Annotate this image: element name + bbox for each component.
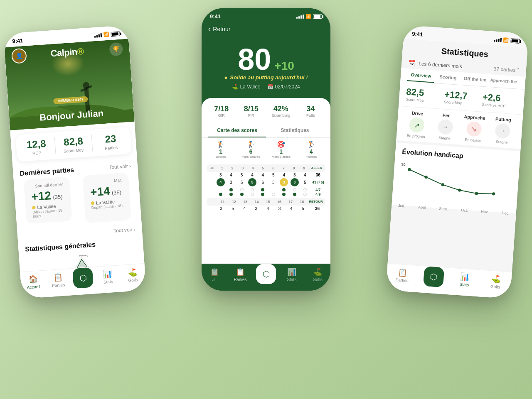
stats-card: 12,8 HCP 82,8 Score Moy. 23 Parties — [15, 127, 132, 162]
score-moy2-stat: +12,7 Score Moy. — [444, 89, 480, 106]
mini-stats-row: 7/18 GIR 8/15 FIR 42% Scrambling 34 Putt… — [202, 98, 330, 124]
nav-center-record[interactable]: ⬡ — [70, 270, 96, 289]
trophy-button[interactable]: 🏆 — [109, 42, 123, 56]
handicap-chart: 30 Juil. Août Sept. Oct. Nov. — [399, 159, 512, 208]
left-content: 👤 Calpin® 🏆 MEMBER #147 Bonjour Julian 1… — [4, 39, 144, 272]
svg-point-22 — [492, 192, 495, 196]
nav-jl[interactable]: 📋 Jl. — [202, 267, 227, 284]
birdies-stat: 🏌️ 1 Birdies — [207, 140, 235, 159]
hero-section: 👤 Calpin® 🏆 MEMBER #147 Bonjour Julian — [4, 39, 134, 130]
nav-parties-right[interactable]: 📋 Parties — [386, 267, 419, 286]
svg-point-17 — [408, 168, 411, 171]
mats-stat: 🎯 1 Mats plantés — [267, 140, 296, 159]
time-right: 9:41 — [412, 31, 423, 38]
big-score-section: 80 +10 ● Solide au putting aujourd'hui !… — [202, 36, 330, 98]
svg-text:30: 30 — [401, 162, 406, 167]
party-date-1: Samedi dernier — [30, 182, 63, 188]
cat-approche: Approche ↘ En baisse — [460, 114, 487, 143]
back-button[interactable]: ‹ Retour — [202, 22, 330, 36]
status-icons-left: 📶 — [94, 31, 120, 38]
hcp-value: 12,8 — [22, 137, 50, 151]
nav-record-center[interactable]: ⬡ — [253, 267, 279, 284]
right-content: Statistiques 📅 Les 6 derniers mois 37 pa… — [388, 39, 528, 272]
score-moy-stat: 82,5 Score Moy. — [406, 86, 441, 104]
party-score-1: +12 — [31, 189, 52, 203]
svg-point-18 — [424, 176, 428, 179]
nav-stats[interactable]: 📊 Stats — [95, 269, 121, 287]
nav-golfs-center[interactable]: ⛳ Golfs — [305, 267, 330, 284]
last-parties-title: Dernières parties — [20, 166, 74, 177]
fir-stat: 8/15 FIR — [238, 105, 265, 117]
tab-statistiques[interactable]: Statistiques — [266, 124, 324, 137]
putts-stat: 34 Putts — [298, 105, 324, 117]
ficelles-stat: 🏌️ 4 Ficelles — [297, 140, 326, 159]
evolution-section: Évolution handicap 30 Juil. Août — [392, 143, 520, 214]
hcp-stat: 12,8 HCP — [22, 137, 50, 156]
card-tabs: Carte des scores Statistiques — [202, 124, 330, 138]
nav-golfs-right[interactable]: ⛳ Golfs — [480, 274, 512, 292]
status-bar-center: 9:41 📶 — [202, 8, 330, 22]
main-score: 80 — [238, 44, 271, 74]
period-count: 37 parties ˅ — [493, 66, 520, 73]
avatar: 👤 — [11, 48, 27, 64]
tab-carte[interactable]: Carte des scores — [208, 124, 266, 137]
party-card-1[interactable]: Samedi dernier +12 (35) La Vallée Départ… — [24, 176, 72, 224]
scrambling-stat: 42% Scrambling — [268, 105, 294, 117]
nav-golfs[interactable]: ⛳ Golfs — [120, 267, 146, 285]
bottom-nav-center: 📋 Jl. 📋 Parties ⬡ 📊 Stats ⛳ Golfs — [202, 264, 330, 291]
phone-left: 9:41 📶 👤 — [3, 25, 146, 299]
score-value: 82,8 — [59, 135, 87, 148]
svg-point-20 — [458, 188, 461, 192]
nav-record-right[interactable]: ⬡ — [417, 269, 450, 288]
party-score-2: +14 — [90, 184, 111, 199]
score-message: ● Solide au putting aujourd'hui ! — [208, 74, 324, 81]
scorecard: Ju 1 2 3 4 5 6 7 8 9 ALLER 3 4 5 4 4 5 — [202, 161, 330, 215]
nav-stats-center[interactable]: 📊 Stats — [279, 267, 305, 284]
svg-point-21 — [475, 192, 478, 195]
cat-putting: Putting → Stagne — [489, 116, 516, 145]
cat-fer: Fer → Stagne — [432, 112, 459, 141]
logo: Calpin® — [50, 46, 84, 59]
nav-parties-center[interactable]: 📋 Parties — [227, 267, 253, 284]
parties-label: Parties — [98, 145, 125, 151]
tab-off-tee[interactable]: Off the tee — [461, 72, 489, 86]
white-card: 7/18 GIR 8/15 FIR 42% Scrambling 34 Putt… — [202, 98, 330, 264]
svg-point-19 — [441, 183, 444, 186]
phone-center: 9:41 📶 ‹ Retour 80 +10 ● Solide au putti… — [202, 8, 330, 291]
nav-accueil[interactable]: 🏠 Accueil — [20, 274, 47, 292]
nav-stats-right[interactable]: 📊 Stats — [448, 271, 481, 290]
time-left: 9:41 — [12, 37, 23, 44]
tab-scoring[interactable]: Scoring — [434, 71, 462, 85]
hcp-label: HCP — [23, 150, 50, 156]
see-all-parties[interactable]: Tout voir › — [109, 163, 131, 171]
status-icons-right: 📶 — [494, 37, 520, 44]
score-details: ⛳La Vallée 📅02/07/2024 — [208, 84, 324, 90]
party-card-2[interactable]: Mar. +14 (35) La Vallée Départ Jaune - 1… — [82, 172, 131, 223]
status-icons-center: 📶 — [296, 14, 322, 19]
round-stats: 🏌️ 1 Birdies 🏌️ 6 Pars sauvés 🎯 1 Mats p… — [202, 138, 330, 161]
parties-stat: 23 Parties — [97, 132, 125, 151]
score-stat: 82,8 Score Moy. — [59, 135, 87, 154]
score-label: Score Moy. — [60, 147, 87, 154]
time-center: 9:41 — [210, 13, 221, 20]
pars-sauves-stat: 🏌️ 6 Pars sauvés — [237, 140, 266, 159]
cat-drive: Drive ↗ En progrès — [403, 110, 430, 139]
tab-approach[interactable]: Approach the — [488, 74, 519, 89]
score-hcp-stat: +2,6 Score vs HCP — [482, 92, 517, 109]
gir-stat: 7/18 GIR — [208, 105, 235, 117]
see-all-btn-2[interactable]: Tout voir › — [113, 226, 136, 234]
svg-text:Putting: Putting — [79, 253, 88, 257]
score-diff: +10 — [274, 59, 294, 73]
nav-parties[interactable]: 📋 Parties — [45, 272, 71, 290]
parties-value: 23 — [97, 132, 124, 146]
phone-right: 9:41 📶 Statistiques 📅 Les 6 derniers moi… — [386, 25, 529, 299]
tab-overview[interactable]: Overview — [407, 69, 435, 83]
